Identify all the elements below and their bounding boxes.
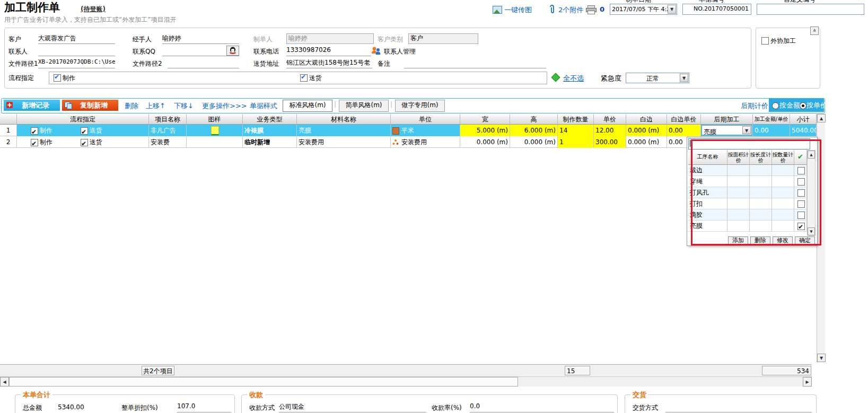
style-text-button[interactable]: 做字专用(m): [395, 100, 445, 112]
popup-add-button[interactable]: 添加: [728, 236, 748, 244]
scroll-left-icon[interactable]: ◀: [0, 377, 9, 386]
urgency-select[interactable]: 正常 ▼: [626, 73, 689, 83]
width-cell[interactable]: 0.000 (m): [460, 136, 510, 148]
grid-col-area[interactable]: 按面积计价: [727, 150, 750, 165]
col-width[interactable]: 宽: [460, 114, 510, 125]
note-field[interactable]: [404, 58, 546, 68]
margin-cell[interactable]: 0.000 (m): [626, 136, 667, 148]
col-margin-price[interactable]: 白边单价: [667, 114, 701, 125]
add-record-button[interactable]: 新增记录: [4, 100, 60, 111]
popup-confirm-button[interactable]: 确定: [795, 236, 815, 244]
height-cell[interactable]: 0.000 (m): [510, 136, 558, 148]
postprocess-select[interactable]: 亮膜 ▼: [702, 125, 752, 135]
process-checkbox[interactable]: [797, 178, 805, 186]
margin-price-cell[interactable]: 0.00: [667, 125, 701, 136]
process-checkbox[interactable]: [797, 167, 805, 174]
qty-cell[interactable]: 14: [558, 125, 594, 136]
doc-no-field[interactable]: NO.201707050001: [682, 4, 751, 15]
send-image-button[interactable]: 一键传图: [504, 5, 532, 15]
col-subtotal[interactable]: 小计: [790, 114, 817, 125]
deliver-checkbox[interactable]: [81, 139, 88, 146]
width-cell[interactable]: 5.000 (m): [460, 125, 510, 136]
col-image[interactable]: 图样: [187, 114, 243, 125]
grid-col-name[interactable]: 工序名称: [688, 150, 727, 165]
custom-no-field[interactable]: [757, 4, 864, 15]
deselect-all-link[interactable]: 全不选: [563, 74, 584, 83]
popup-delete-button[interactable]: 删除: [750, 236, 770, 244]
process-filter-input[interactable]: [688, 138, 810, 150]
process-row[interactable]: 穿绳: [688, 176, 807, 187]
grid-vscrollbar[interactable]: ▲ ▼: [807, 150, 816, 236]
handler-field[interactable]: 喻婷婷: [162, 34, 239, 44]
printer-icon[interactable]: [586, 5, 597, 13]
chevron-down-icon[interactable]: ▼: [668, 5, 676, 14]
contact-field[interactable]: [38, 46, 115, 56]
doc-date-field[interactable]: 2017/07/05 下午 4:27 ▼: [610, 4, 677, 15]
chevron-down-icon[interactable]: ▼: [742, 126, 751, 134]
col-price[interactable]: 单价: [594, 114, 626, 125]
table-hscrollbar[interactable]: ◀ ▶: [0, 377, 812, 386]
scroll-up-icon[interactable]: ▲: [808, 151, 815, 159]
col-height[interactable]: 高: [510, 114, 558, 125]
process-checkbox[interactable]: [797, 223, 805, 230]
process-checkbox[interactable]: [797, 212, 805, 219]
path2-field[interactable]: [168, 58, 239, 68]
col-margin[interactable]: 白边: [626, 114, 667, 125]
style-standard-button[interactable]: 标准风格(m): [283, 100, 332, 112]
process-amount-cell[interactable]: 0.00: [753, 125, 790, 136]
process-row[interactable]: 滴胶: [688, 209, 807, 221]
price-cell[interactable]: 300.00: [594, 136, 626, 148]
flow-make-checkbox[interactable]: [54, 74, 61, 82]
qq-button[interactable]: [226, 46, 239, 56]
deliver-checkbox[interactable]: [81, 127, 88, 135]
delivery-method-field[interactable]: [665, 402, 812, 412]
contact-mgmt-button[interactable]: 联系人管理: [384, 47, 416, 56]
outsource-checkbox[interactable]: [761, 37, 769, 45]
process-row[interactable]: 亮膜: [688, 221, 807, 232]
height-cell[interactable]: 6.000 (m): [510, 125, 558, 136]
more-actions-button[interactable]: 更多操作>>>: [202, 101, 247, 111]
process-row[interactable]: 打扣: [688, 198, 807, 209]
col-unit[interactable]: 单位: [391, 114, 460, 125]
process-checkbox[interactable]: [797, 189, 805, 197]
path1-field[interactable]: XB-20170207JQDB:C:\Users: [38, 58, 115, 68]
by-amount-radio[interactable]: [772, 102, 779, 109]
margin-cell[interactable]: 0.000 (m): [626, 125, 667, 136]
thumbnail-icon[interactable]: [211, 126, 219, 135]
col-biztype[interactable]: 业务类型: [243, 114, 297, 125]
discount-field[interactable]: 107.0: [177, 402, 231, 412]
scroll-up-icon[interactable]: ▲: [817, 114, 826, 122]
attachments-button[interactable]: 2个附件: [558, 5, 583, 15]
scrollbar-thumb[interactable]: [9, 377, 518, 386]
customer-field[interactable]: 大观蓉发广告: [38, 34, 115, 44]
col-project[interactable]: 项目名称: [149, 114, 187, 125]
col-process-amount[interactable]: 加工金额/单价: [753, 114, 790, 125]
payment-rate-field[interactable]: 0.0: [470, 402, 614, 412]
by-unit-radio[interactable]: [800, 102, 806, 109]
process-row[interactable]: 裁边: [688, 165, 807, 176]
image-cell[interactable]: [187, 125, 243, 136]
pending-posting-link[interactable]: (待登账): [81, 5, 106, 14]
style-simple-button[interactable]: 简单风格(m): [339, 100, 389, 112]
chevron-down-icon[interactable]: ▼: [680, 74, 688, 82]
process-row[interactable]: 打风孔: [688, 187, 807, 198]
address-field[interactable]: 锦江区大观街158号附15号老: [286, 58, 372, 68]
popup-modify-button[interactable]: 修改: [773, 236, 793, 244]
scroll-right-icon[interactable]: ▶: [803, 377, 812, 386]
col-material[interactable]: 材料名称: [297, 114, 391, 125]
price-cell[interactable]: 12.00: [594, 125, 626, 136]
move-down-button[interactable]: 下移↓: [174, 101, 194, 111]
scroll-down-icon[interactable]: ▼: [817, 354, 826, 362]
process-checkbox[interactable]: [797, 200, 805, 208]
grid-col-qty[interactable]: 按数量计价: [772, 150, 794, 165]
make-checkbox[interactable]: [31, 139, 38, 146]
later-pricing-link[interactable]: 后期计价: [741, 101, 768, 111]
delete-button[interactable]: 删除: [125, 101, 138, 111]
make-checkbox[interactable]: [31, 127, 38, 135]
table-vscrollbar[interactable]: ▲ ▼: [817, 114, 825, 362]
image-cell[interactable]: [187, 136, 243, 148]
col-postprocess[interactable]: 后期加工: [701, 114, 753, 125]
collapse-panel-button[interactable]: «: [810, 27, 819, 35]
copy-add-button[interactable]: 复制新增: [62, 100, 118, 111]
phone-field[interactable]: 13330987026: [286, 46, 371, 56]
